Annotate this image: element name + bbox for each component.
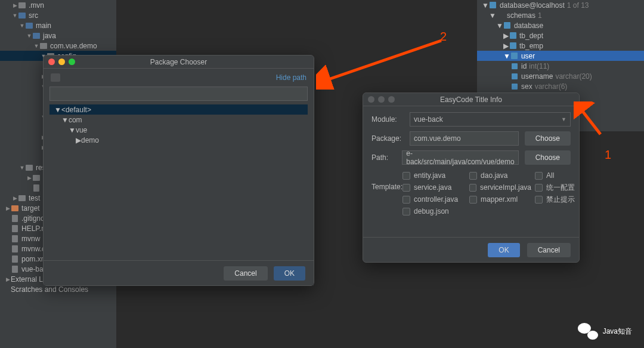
minimize-icon[interactable] [58,58,65,65]
folder-icon [32,32,41,40]
checkbox-serviceImpl-java[interactable]: serviceImpl.java [469,181,531,193]
annotation-1: 1 [605,148,611,162]
checkbox-dao-java[interactable]: dao.java [469,170,531,181]
maximize-icon[interactable] [388,96,395,103]
checkbox--[interactable]: 禁止提示 [535,193,577,205]
node-label: username [521,72,553,81]
minimize-icon[interactable] [378,96,385,103]
table-icon [509,42,517,50]
column-icon [510,82,519,91]
node-label: demo [81,136,99,144]
checkbox--[interactable]: 统一配置 [535,181,577,193]
db-node[interactable]: ▼user [477,51,644,61]
package-field[interactable]: com.vue.demo [410,131,519,146]
table-icon [509,32,517,40]
node-label: .mvn [29,1,44,10]
chooser-node[interactable]: ▼com [49,115,308,125]
node-label: schemas [507,11,535,20]
folder-icon [496,11,504,20]
checkbox-icon [535,196,543,204]
package-chooser-dialog: Package Chooser Hide path ▼<default>▼com… [43,55,314,286]
file-icon [11,224,19,233]
arrow-2 [316,36,447,90]
db-node[interactable]: ▶tb_dept [477,30,644,41]
node-label: vue [76,126,87,134]
project-node[interactable]: ▶.mvn [0,0,116,10]
node-label: database [514,21,543,30]
folder-icon [25,164,33,172]
checkbox-entity-java[interactable]: entity.java [402,170,465,181]
project-node[interactable]: ▼main [0,20,116,30]
db-node[interactable]: sexvarchar(6) [477,81,644,91]
path-field[interactable]: e-back/src/main/java/com/vue/demo [402,150,518,165]
svg-line-0 [325,41,441,81]
chooser-node[interactable]: ▼vue [49,125,308,135]
chooser-node[interactable]: ▼<default> [49,104,308,115]
checkbox-icon [469,184,476,192]
folder-icon [11,204,19,213]
folder-icon [18,11,26,20]
column-icon [510,72,519,81]
node-label: src [29,11,38,20]
node-label: test [29,194,40,202]
module-select[interactable]: vue-back▼ [410,112,571,127]
hide-path-link[interactable]: Hide path [276,73,306,82]
checkbox-controller-java[interactable]: controller.java [402,193,465,205]
easycode-dialog: EasyCode Title Info Module: vue-back▼ Pa… [363,93,580,263]
db-root[interactable]: ▼database@localhost1 of 13 [477,0,644,10]
checkbox-icon [535,184,543,192]
close-icon[interactable] [48,58,55,65]
db-node[interactable]: idint(11) [477,61,644,71]
module-label: Module: [371,115,410,124]
file-icon [11,255,19,263]
template-label: Template: [371,170,402,191]
package-tree[interactable]: ▼<default>▼com▼vue▶demo [44,101,314,260]
node-label: main [36,21,51,30]
db-node[interactable]: ▶tb_emp [477,41,644,51]
wechat-icon [578,323,598,340]
node-label: com.vue.demo [50,42,97,50]
checkbox-All[interactable]: All [535,170,577,181]
choose-package-button[interactable]: Choose [525,131,571,146]
db-node[interactable]: ▼database [477,20,644,30]
checkbox-icon [402,208,410,215]
checkbox-debug-json[interactable]: debug.json [402,205,465,217]
node-label: target [21,204,40,213]
project-node[interactable]: ▼com.vue.demo [0,41,116,51]
checkbox-icon [402,184,410,192]
path-label: Path: [371,153,402,162]
cancel-button[interactable]: Cancel [527,243,571,257]
table-icon [510,52,519,60]
cancel-button[interactable]: Cancel [224,266,267,281]
db-node[interactable]: usernamevarchar(20) [477,71,644,81]
svg-line-1 [580,107,600,134]
db-node[interactable]: ▼schemas1 [477,10,644,20]
chevron-down-icon: ▼ [561,116,566,122]
node-label: tb_emp [519,42,543,50]
node-label: mvnw [21,235,40,243]
chooser-node[interactable]: ▶demo [49,135,308,145]
file-icon [11,235,19,243]
checkbox-icon [402,196,410,204]
checkbox-icon [469,196,477,204]
maximize-icon[interactable] [69,58,75,65]
ok-button[interactable]: OK [488,243,519,257]
folder-icon [32,174,41,182]
node-label: <default> [61,106,91,114]
folder-icon [25,21,33,30]
watermark: Java知音 [578,323,632,340]
path-input[interactable] [49,87,308,101]
checkbox-service-java[interactable]: service.java [402,181,465,193]
checkbox-mapper-xml[interactable]: mapper.xml [469,193,531,205]
file-icon [32,184,41,192]
node-label: tb_dept [519,32,543,40]
checkbox-icon [402,172,410,180]
column-icon [510,62,519,70]
project-node[interactable]: ▼src [0,10,116,20]
choose-path-button[interactable]: Choose [525,150,571,165]
new-folder-icon[interactable] [51,73,60,82]
package-label: Package: [371,134,410,143]
ok-button[interactable]: OK [274,266,305,281]
project-node[interactable]: ▼java [0,30,116,41]
close-icon[interactable] [368,96,374,103]
